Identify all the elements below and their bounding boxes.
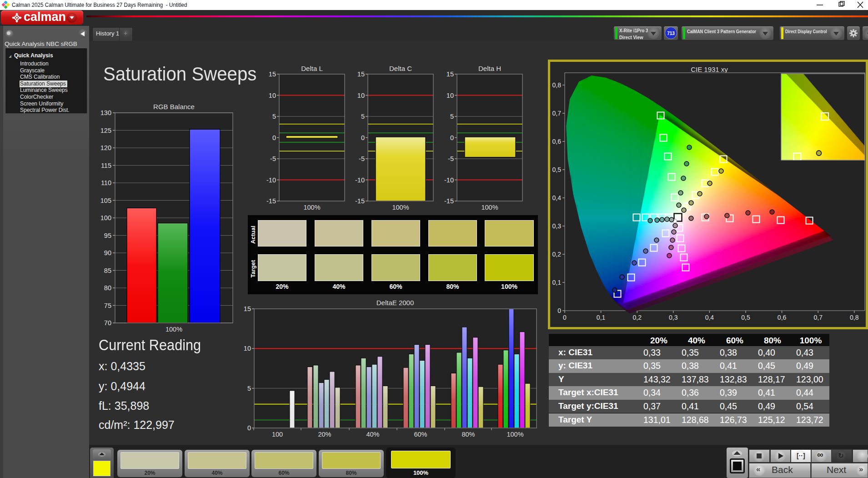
svg-text:15: 15	[357, 70, 365, 78]
svg-text:120: 120	[100, 144, 111, 151]
svg-text:0: 0	[450, 134, 454, 141]
svg-text:-5: -5	[448, 155, 454, 162]
svg-text:0: 0	[563, 314, 567, 321]
svg-text:70: 70	[104, 319, 111, 327]
svg-text:-10: -10	[444, 176, 454, 184]
svg-text:80%: 80%	[462, 431, 475, 438]
svg-text:-15: -15	[355, 197, 365, 205]
svg-text:Delta L: Delta L	[301, 66, 323, 72]
svg-text:40%: 40%	[366, 431, 379, 438]
svg-text:15: 15	[269, 70, 276, 78]
svg-text:0,6: 0,6	[778, 314, 787, 321]
svg-text:130: 130	[100, 109, 111, 116]
svg-text:0,7: 0,7	[813, 314, 823, 321]
svg-text:0,3: 0,3	[552, 222, 562, 230]
svg-text:0,8: 0,8	[850, 314, 859, 321]
svg-text:100%: 100%	[507, 431, 523, 438]
svg-text:125: 125	[100, 127, 111, 134]
svg-text:100: 100	[272, 431, 283, 438]
svg-text:-10: -10	[266, 176, 276, 184]
svg-text:Delta C: Delta C	[389, 66, 412, 72]
svg-text:0,7: 0,7	[552, 110, 562, 117]
svg-text:-10: -10	[355, 176, 365, 184]
svg-text:20%: 20%	[318, 431, 331, 438]
svg-text:75: 75	[104, 302, 111, 309]
svg-text:0,5: 0,5	[741, 314, 750, 321]
svg-text:0,1: 0,1	[552, 279, 562, 286]
svg-text:110: 110	[101, 179, 111, 186]
svg-text:90: 90	[104, 249, 111, 257]
svg-text:0,1: 0,1	[597, 314, 606, 321]
svg-text:0: 0	[247, 424, 251, 432]
svg-text:80: 80	[104, 284, 111, 292]
svg-text:85: 85	[104, 267, 111, 274]
svg-text:100%: 100%	[166, 326, 182, 333]
svg-text:0: 0	[272, 134, 276, 141]
svg-text:105: 105	[100, 197, 111, 204]
svg-text:15: 15	[244, 305, 251, 312]
svg-text:10: 10	[357, 92, 365, 99]
svg-text:-5: -5	[270, 155, 276, 162]
svg-text:-15: -15	[444, 197, 454, 205]
svg-text:5: 5	[247, 385, 251, 392]
svg-text:5: 5	[450, 113, 454, 120]
svg-text:0,5: 0,5	[552, 166, 562, 173]
svg-text:100: 100	[100, 214, 111, 221]
svg-text:0,2: 0,2	[552, 251, 562, 258]
svg-text:RGB Balance: RGB Balance	[153, 103, 195, 111]
svg-text:CIE 1931 xy: CIE 1931 xy	[691, 65, 728, 73]
svg-text:10: 10	[269, 92, 276, 99]
svg-text:60%: 60%	[414, 431, 427, 438]
svg-text:0,2: 0,2	[632, 314, 642, 321]
svg-text:5: 5	[272, 113, 276, 120]
svg-text:10: 10	[447, 92, 454, 99]
svg-text:95: 95	[104, 232, 111, 239]
svg-text:0,3: 0,3	[669, 314, 678, 321]
svg-text:-15: -15	[266, 197, 276, 205]
svg-text:DeltaE 2000: DeltaE 2000	[376, 299, 414, 307]
svg-text:115: 115	[101, 162, 111, 169]
svg-text:0,4: 0,4	[705, 314, 714, 321]
svg-text:0,4: 0,4	[552, 194, 562, 201]
svg-text:10: 10	[244, 345, 251, 352]
svg-text:Delta H: Delta H	[478, 66, 501, 72]
svg-text:100%: 100%	[481, 204, 498, 211]
svg-text:-5: -5	[359, 155, 365, 162]
svg-text:100%: 100%	[303, 204, 320, 211]
svg-text:100%: 100%	[392, 204, 409, 211]
svg-text:15: 15	[447, 70, 454, 78]
svg-text:0,8: 0,8	[552, 81, 562, 89]
svg-text:0,6: 0,6	[552, 138, 562, 145]
svg-text:0: 0	[557, 307, 561, 314]
svg-text:0: 0	[361, 134, 365, 141]
svg-text:5: 5	[361, 113, 365, 120]
